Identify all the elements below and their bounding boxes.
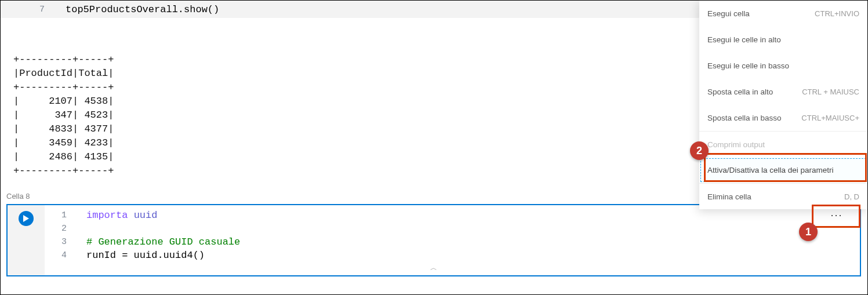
menu-item-shortcut: D, D: [844, 192, 859, 201]
menu-item-7[interactable]: Elimina cellaD, D: [699, 183, 867, 209]
menu-item-label: Sposta cella in alto: [707, 88, 773, 96]
menu-item-4[interactable]: Sposta cella in bassoCTRL+MAIUSC+: [699, 105, 867, 131]
menu-item-6[interactable]: Attiva/Disattiva la cella dei parametri: [699, 157, 867, 183]
cell-label: Cella 8: [6, 192, 30, 201]
code-body[interactable]: importa uuid # Generazione GUID casuale …: [86, 209, 860, 275]
menu-item-1[interactable]: Esegui le celle in alto: [699, 27, 867, 53]
cell-context-menu[interactable]: Esegui cellaCTRL+INVIOEsegui le celle in…: [699, 1, 867, 209]
line-gutter: 1 2 3 4: [45, 209, 86, 275]
code-cell-8[interactable]: 1 2 3 4 importa uuid # Generazione GUID …: [6, 204, 861, 276]
menu-item-label: Comprimi output: [707, 140, 765, 149]
menu-item-shortcut: CTRL+MAIUSC+: [801, 114, 859, 122]
menu-item-0[interactable]: Esegui cellaCTRL+INVIO: [699, 1, 867, 27]
run-column: [8, 205, 45, 275]
menu-item-3[interactable]: Sposta cella in altoCTRL + MAIUSC: [699, 79, 867, 105]
menu-item-label: Sposta cella in basso: [707, 114, 782, 122]
menu-item-label: Esegui le celle in basso: [707, 61, 789, 70]
menu-item-5: Comprimi output: [699, 131, 867, 157]
line-number: 7: [8, 5, 66, 14]
menu-item-label: Esegui cella: [707, 9, 750, 18]
code-editor[interactable]: 1 2 3 4 importa uuid # Generazione GUID …: [45, 205, 860, 275]
menu-item-shortcut: CTRL+INVIO: [815, 9, 859, 18]
cell-more-button[interactable]: ···: [825, 209, 848, 221]
code-line: top5ProductsOverall.show(): [66, 4, 219, 15]
menu-item-label: Elimina cella: [707, 192, 751, 201]
menu-item-2[interactable]: Esegui le celle in basso: [699, 53, 867, 79]
menu-item-label: Attiva/Disattiva la cella dei parametri: [707, 166, 834, 174]
menu-item-shortcut: CTRL + MAIUSC: [802, 88, 859, 96]
menu-item-label: Esegui le celle in alto: [707, 35, 781, 44]
run-cell-button[interactable]: [19, 211, 34, 226]
